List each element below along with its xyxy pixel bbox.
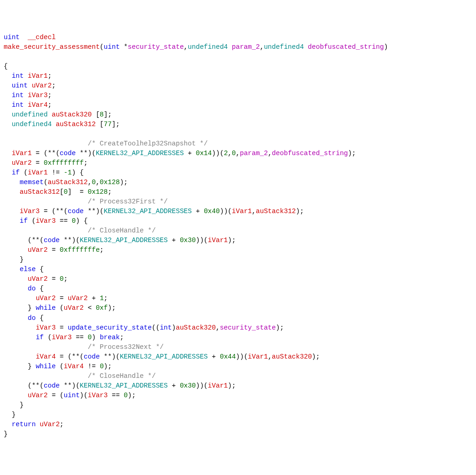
token-plain: (( [152,324,160,331]
token-plain: ; [108,188,112,196]
token-ident-red: uVar2 [28,392,48,399]
token-kw: uint [4,34,20,41]
token-plain: + [208,353,220,360]
token-plain [4,295,36,302]
token-plain [52,121,56,128]
code-line: if (iVar3 == 0) { [4,216,472,226]
token-plain: ; [52,82,56,89]
token-plain: = (**( [32,150,60,157]
token-num: 0x128 [88,188,108,196]
token-plain [4,285,28,292]
token-plain: ]; [112,121,120,128]
code-line [4,129,472,139]
token-func: memset [20,179,44,186]
token-ident-red: iVar3 [88,392,108,399]
token-comment: /* CloseHandle */ [88,227,156,234]
token-plain [4,266,20,273]
token-ident-red: iVar1 [28,169,48,176]
token-plain: ; [120,334,124,341]
token-num: 1 [100,295,104,302]
code-line: do { [4,284,472,294]
token-plain: ( [56,304,63,312]
token-num: 0 [64,188,68,196]
token-plain: = [48,246,60,254]
token-plain [4,150,11,157]
token-plain: **)( [60,237,80,244]
token-num: -1 [64,169,72,176]
token-plain [4,198,88,205]
token-ident-red: iVar3 [52,334,72,341]
token-kw: uint [104,43,120,51]
code-line: if (iVar3 == 0) break; [4,333,472,342]
code-line: make_security_assessment(uint *security_… [4,42,472,52]
token-plain: ; [104,295,108,302]
token-plain [4,188,20,196]
token-plain: , [228,150,232,157]
token-plain: < [84,304,96,312]
token-plain: == [56,217,72,225]
code-line: } while (uVar2 < 0xf); [4,303,472,313]
code-line: uVar2 = 0; [4,274,472,284]
token-plain: , [96,179,100,186]
token-plain: ); [296,208,304,215]
code-line: undefined4 auStack312 [77]; [4,120,472,129]
code-line: return uVar2; [4,420,472,429]
token-plain: (**( [4,237,44,244]
token-plain: } [4,430,8,438]
token-plain [4,101,11,109]
code-line: if (iVar1 != -1) { [4,168,472,178]
token-plain [228,43,232,51]
code-line: (**(code **)(KERNEL32_API_ADDRESSES + 0x… [4,381,472,391]
token-ident-red: uVar2 [36,295,56,302]
token-num: 0 [72,217,76,225]
token-ident-red: auStack312 [48,179,88,186]
token-plain [4,208,20,215]
token-kw: else [20,266,36,273]
token-kw: code [84,353,100,360]
code-line: do { [4,313,472,323]
token-plain: + [184,150,196,157]
decompiled-code-listing: uint __cdeclmake_security_assessment(uin… [4,33,472,439]
token-kw: code [44,237,60,244]
token-func: update_security_state [68,324,152,331]
token-kw: if [36,334,44,341]
code-line: } [4,429,472,439]
token-plain: ); [108,304,115,312]
token-ident-red: __cdecl [28,34,56,41]
token-num: 0 [232,150,236,157]
token-ident-teal: undefined [11,111,47,118]
token-plain [4,92,11,99]
token-plain: ) [92,334,99,341]
token-plain: * [120,43,127,51]
token-ident-purple: deobfuscated_string [308,43,384,51]
token-plain: ))( [196,382,208,389]
token-plain: ( [20,169,28,176]
token-plain [4,140,88,147]
code-line: uint uVar2; [4,81,472,91]
token-num: 8 [100,111,104,118]
token-plain: != [84,363,100,370]
token-plain: { [36,314,44,322]
token-kw: do [28,314,35,322]
token-plain: ; [48,101,52,109]
token-plain [24,92,28,99]
token-plain: ( [28,217,35,225]
token-plain: ); [228,237,235,244]
token-num: 0 [100,363,104,370]
token-plain [4,82,11,89]
token-ident-red: iVar3 [20,208,40,215]
token-ident-red: uVar2 [11,159,32,167]
token-plain [4,217,20,225]
token-num: 0x30 [180,382,196,389]
token-num: 0xfffffffe [60,246,100,254]
token-kw: uint [11,82,28,89]
token-plain [4,372,88,380]
code-line: iVar3 = (**(code **)(KERNEL32_API_ADDRES… [4,207,472,216]
token-kw: if [11,169,19,176]
token-plain: [ [92,111,99,118]
code-line: } [4,410,472,420]
token-plain: = [56,295,68,302]
token-plain: } [4,411,16,418]
token-plain: ( [44,179,48,186]
token-plain: + [168,237,180,244]
